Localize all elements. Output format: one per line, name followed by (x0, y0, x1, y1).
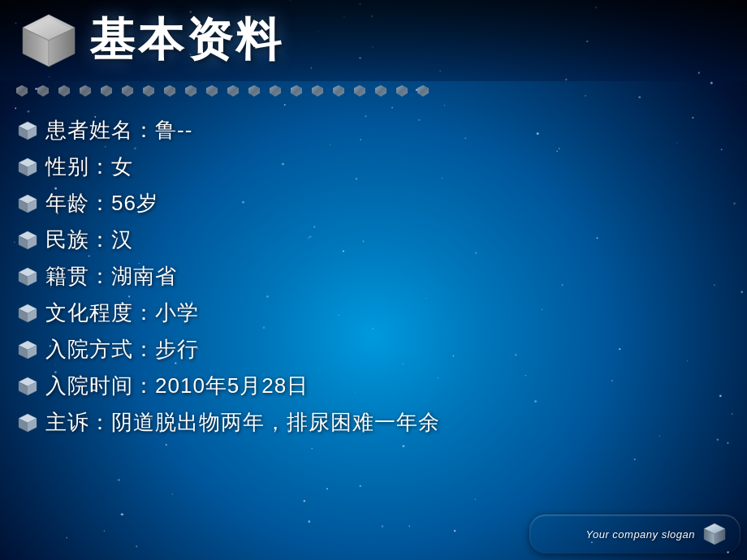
row-label: 籍贯：湖南省 (45, 262, 177, 291)
info-row: 年龄：56岁 (16, 187, 731, 220)
header-section: 基本资料 (0, 0, 747, 81)
divider-dot (101, 85, 112, 97)
divider-dot (375, 85, 386, 97)
divider-dot (396, 85, 408, 97)
row-label: 性别：女 (45, 153, 133, 181)
row-cube-icon (16, 192, 39, 215)
row-cube-icon (16, 302, 39, 325)
divider-dot (417, 85, 429, 97)
divider-dot (37, 85, 49, 97)
divider-dot (143, 85, 154, 97)
divider-row (0, 81, 747, 101)
row-label: 文化程度：小学 (45, 299, 199, 327)
info-row: 入院时间：2010年5月28日 (16, 369, 731, 403)
row-label: 入院时间：2010年5月28日 (45, 372, 309, 400)
row-cube-icon (16, 375, 39, 398)
row-cube-icon (16, 265, 39, 288)
row-label: 入院方式：步行 (45, 335, 199, 364)
divider-dot (122, 85, 133, 97)
info-row: 性别：女 (16, 150, 731, 183)
slogan-text: Your company slogan (585, 528, 695, 541)
slogan-cube-icon (702, 521, 728, 547)
info-row: 籍贯：湖南省 (16, 260, 731, 293)
info-row: 主诉：阴道脱出物两年，排尿困难一年余 (16, 406, 731, 439)
info-row: 入院方式：步行 (16, 333, 731, 366)
info-row: 文化程度：小学 (16, 296, 731, 330)
row-label: 主诉：阴道脱出物两年，排尿困难一年余 (45, 408, 440, 437)
row-cube-icon (16, 338, 39, 361)
divider-dot (58, 85, 70, 97)
page-title: 基本资料 (89, 10, 284, 71)
divider-dot (312, 85, 323, 97)
row-label: 年龄：56岁 (45, 189, 158, 218)
row-cube-icon (16, 119, 39, 142)
row-cube-icon (16, 156, 39, 179)
divider-dot (333, 85, 344, 97)
divider-dot (206, 85, 218, 97)
divider-dot (248, 85, 260, 97)
row-label: 患者姓名：鲁-- (45, 116, 192, 144)
content-section: 患者姓名：鲁-- 性别：女 年龄：56岁 (16, 106, 731, 511)
info-row: 患者姓名：鲁-- (16, 114, 731, 147)
row-label: 民族：汉 (45, 226, 133, 254)
divider-dot (270, 85, 281, 97)
divider-dot (354, 85, 365, 97)
info-row: 民族：汉 (16, 223, 731, 256)
divider-dot (80, 85, 91, 97)
divider-dot (164, 85, 175, 97)
row-cube-icon (16, 411, 39, 434)
header-cube-icon (16, 8, 81, 73)
row-cube-icon (16, 229, 39, 252)
slogan-badge: Your company slogan (529, 515, 741, 554)
divider-dot (16, 85, 28, 97)
divider-dot (185, 85, 196, 97)
divider-dot (227, 85, 239, 97)
divider-dot (291, 85, 302, 97)
